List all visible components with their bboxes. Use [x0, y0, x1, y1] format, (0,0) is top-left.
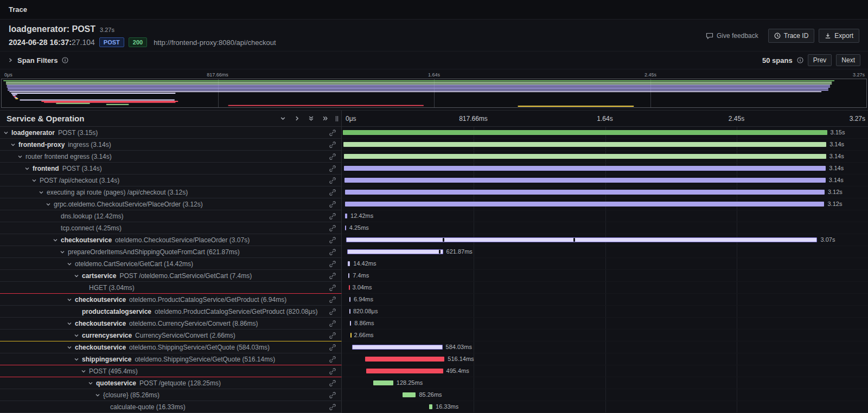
span-duration-bar[interactable] — [344, 166, 826, 171]
span-name-cell[interactable]: checkoutservice oteldemo.ShippingService… — [0, 341, 342, 353]
span-duration-bar[interactable] — [373, 380, 393, 385]
span-timeline-cell[interactable]: 16.33ms — [342, 401, 868, 413]
trace-id-button[interactable]: Trace ID — [768, 29, 815, 43]
span-row[interactable]: frontend POST (3.14s) 3.14s — [0, 163, 868, 175]
span-timeline-cell[interactable]: 584.03ms — [342, 341, 868, 353]
span-timeline-cell[interactable]: 128.25ms — [342, 377, 868, 389]
span-link-icon[interactable] — [326, 225, 341, 231]
span-name-cell[interactable]: currencyservice CurrencyService/Convert … — [0, 330, 342, 341]
export-button[interactable]: Export — [819, 29, 859, 43]
span-row[interactable]: HGET (3.04ms) 3.04ms — [0, 282, 868, 294]
span-row[interactable]: grpc.oteldemo.CheckoutService/PlaceOrder… — [0, 198, 868, 210]
give-feedback-button[interactable]: Give feedback — [703, 31, 762, 40]
span-filters-toggle[interactable]: Span Filters — [8, 56, 68, 64]
expand-chevron-icon[interactable] — [39, 190, 47, 195]
span-link-icon[interactable] — [326, 237, 341, 243]
span-timeline-cell[interactable]: 3.14s — [342, 151, 868, 163]
trace-minimap[interactable]: 0μs 817.66ms 1.64s 2.45s 3.27s — [0, 69, 868, 110]
expand-chevron-icon[interactable] — [24, 166, 33, 171]
span-timeline-cell[interactable]: 4.25ms — [342, 222, 868, 234]
span-duration-bar[interactable] — [403, 392, 416, 397]
span-link-icon[interactable] — [326, 344, 341, 351]
span-name-cell[interactable]: calculate-quote (16.33ms) — [0, 401, 342, 413]
span-row[interactable]: loadgenerator POST (3.15s) 3.15s — [0, 127, 868, 139]
span-row[interactable]: checkoutservice oteldemo.ShippingService… — [0, 341, 868, 353]
expand-chevron-icon[interactable] — [67, 345, 75, 350]
span-timeline-cell[interactable]: 3.12s — [342, 186, 868, 198]
span-link-icon[interactable] — [326, 165, 341, 172]
expand-chevron-icon[interactable] — [53, 237, 61, 243]
double-chevron-right-icon[interactable] — [322, 115, 328, 121]
span-duration-bar[interactable] — [365, 357, 445, 362]
span-timeline-cell[interactable]: 8.86ms — [342, 318, 868, 330]
span-timeline-cell[interactable]: 6.94ms — [342, 294, 868, 306]
span-name-cell[interactable]: router frontend egress (3.14s) — [0, 151, 342, 163]
expand-chevron-icon[interactable] — [46, 202, 54, 207]
span-name-cell[interactable]: grpc.oteldemo.CheckoutService/PlaceOrder… — [0, 198, 342, 210]
span-duration-bar[interactable] — [346, 237, 818, 242]
collapse-all-chevron-down-icon[interactable] — [280, 115, 286, 121]
next-button[interactable]: Next — [836, 54, 860, 66]
span-name-cell[interactable]: executing api route (pages) /api/checkou… — [0, 186, 342, 198]
span-timeline-cell[interactable]: 3.07s — [342, 234, 868, 246]
span-name-cell[interactable]: productcatalogservice oteldemo.ProductCa… — [0, 306, 342, 318]
span-name-cell[interactable]: cartservice POST /oteldemo.CartService/G… — [0, 270, 342, 282]
prev-button[interactable]: Prev — [808, 54, 832, 66]
span-row[interactable]: checkoutservice oteldemo.CurrencyService… — [0, 318, 868, 330]
span-row[interactable]: {closure} (85.26ms) 85.26ms — [0, 389, 868, 401]
span-timeline-cell[interactable]: 2.66ms — [342, 330, 868, 341]
expand-chevron-icon[interactable] — [74, 273, 82, 279]
span-link-icon[interactable] — [326, 356, 341, 363]
span-link-icon[interactable] — [326, 177, 341, 184]
span-name-cell[interactable]: quoteservice POST /getquote (128.25ms) — [0, 377, 342, 389]
span-duration-bar[interactable] — [366, 369, 443, 373]
span-name-cell[interactable]: oteldemo.CartService/GetCart (14.42ms) — [0, 258, 342, 270]
span-timeline-cell[interactable]: 3.04ms — [342, 282, 868, 294]
expand-chevron-icon[interactable] — [67, 321, 75, 326]
span-link-icon[interactable] — [326, 201, 341, 208]
span-row[interactable]: dns.lookup (12.42ms) 12.42ms — [0, 210, 868, 222]
span-row[interactable]: cartservice POST /oteldemo.CartService/G… — [0, 270, 868, 282]
span-row[interactable]: shippingservice oteldemo.ShippingService… — [0, 353, 868, 365]
span-link-icon[interactable] — [326, 261, 341, 267]
span-duration-bar[interactable] — [352, 345, 442, 350]
expand-chevron-icon[interactable] — [3, 130, 11, 135]
span-name-cell[interactable]: frontend-proxy ingress (3.14s) — [0, 139, 342, 151]
span-link-icon[interactable] — [326, 273, 341, 279]
span-timeline-cell[interactable]: 3.15s — [342, 127, 868, 139]
double-chevron-down-icon[interactable] — [308, 115, 314, 121]
span-timeline-cell[interactable]: 621.87ms — [342, 246, 868, 258]
span-link-icon[interactable] — [326, 189, 341, 196]
span-link-icon[interactable] — [326, 380, 341, 386]
span-timeline-cell[interactable]: 12.42ms — [342, 210, 868, 222]
span-name-cell[interactable]: POST /api/checkout (3.14s) — [0, 175, 342, 186]
span-row[interactable]: productcatalogservice oteldemo.ProductCa… — [0, 306, 868, 318]
span-row[interactable]: executing api route (pages) /api/checkou… — [0, 186, 868, 198]
span-link-icon[interactable] — [326, 320, 341, 327]
column-resize-handle[interactable] — [335, 115, 339, 122]
span-row[interactable]: checkoutservice oteldemo.ProductCatalogS… — [0, 294, 868, 306]
span-timeline-cell[interactable]: 85.26ms — [342, 389, 868, 401]
expand-chevron-icon[interactable] — [74, 357, 82, 362]
span-name-cell[interactable]: HGET (3.04ms) — [0, 282, 342, 294]
span-link-icon[interactable] — [326, 153, 341, 160]
span-link-icon[interactable] — [326, 332, 341, 339]
span-row[interactable]: calculate-quote (16.33ms) 16.33ms — [0, 401, 868, 413]
span-timeline-cell[interactable]: 3.14s — [342, 175, 868, 186]
span-link-icon[interactable] — [326, 213, 341, 220]
span-duration-bar[interactable] — [344, 178, 826, 183]
expand-chevron-icon[interactable] — [88, 380, 96, 386]
span-timeline-cell[interactable]: 3.14s — [342, 139, 868, 151]
span-row[interactable]: oteldemo.CartService/GetCart (14.42ms) 1… — [0, 258, 868, 270]
expand-chevron-icon[interactable] — [60, 249, 68, 255]
span-duration-bar[interactable] — [345, 190, 825, 195]
span-name-cell[interactable]: checkoutservice oteldemo.ProductCatalogS… — [0, 294, 342, 306]
span-link-icon[interactable] — [326, 368, 341, 375]
span-timeline-cell[interactable]: 516.14ms — [342, 353, 868, 365]
span-row[interactable]: router frontend egress (3.14s) 3.14s — [0, 151, 868, 163]
expand-chevron-icon[interactable] — [74, 333, 82, 338]
expand-chevron-icon[interactable] — [31, 178, 40, 183]
span-row[interactable]: currencyservice CurrencyService/Convert … — [0, 330, 868, 341]
span-row[interactable]: POST /api/checkout (3.14s) 3.14s — [0, 175, 868, 186]
span-timeline-cell[interactable]: 3.12s — [342, 198, 868, 210]
